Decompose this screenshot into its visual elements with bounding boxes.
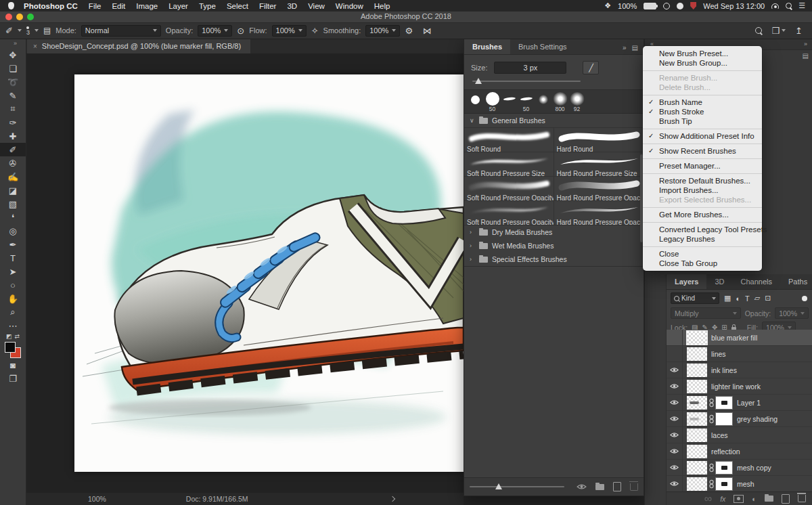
group-expand-icon[interactable]: › <box>470 242 475 249</box>
crop-tool[interactable]: ⌗ <box>0 102 26 116</box>
apple-icon[interactable] <box>8 2 14 9</box>
paint-symmetry-icon[interactable]: ⋈ <box>423 26 432 36</box>
layer-row-grey-shading[interactable]: grey shading <box>667 411 812 427</box>
brush-tool[interactable]: ✐ <box>0 143 26 156</box>
slider-thumb[interactable] <box>495 483 502 489</box>
layer-name[interactable]: mesh <box>737 480 754 488</box>
group-special-effects-brushes[interactable]: › Special Effects Brushes <box>464 252 644 266</box>
dodge-tool[interactable]: ◎ <box>0 224 26 238</box>
new-group-icon[interactable] <box>765 496 773 502</box>
dock-expand-icon[interactable]: » <box>804 41 807 47</box>
menu-item-brush-stroke[interactable]: ✓Brush Stroke <box>643 107 762 116</box>
new-brush-icon[interactable] <box>613 482 621 491</box>
mask-link-icon[interactable] <box>709 463 714 473</box>
wifi-icon[interactable] <box>771 3 779 9</box>
visibility-toggle[interactable] <box>667 476 683 491</box>
layer-thumbnail[interactable] <box>687 347 707 361</box>
layer-name[interactable]: mesh copy <box>737 464 771 472</box>
tab-layers[interactable]: Layers <box>667 274 706 289</box>
menu-item-show-additional-preset-info[interactable]: ✓Show Additional Preset Info <box>643 131 762 141</box>
menu-item-new-brush-group[interactable]: New Brush Group... <box>643 58 762 68</box>
doc-size-readout[interactable]: Doc: 9.91M/166.5M <box>186 495 248 503</box>
group-dry-media-brushes[interactable]: › Dry Media Brushes <box>464 225 644 239</box>
zoom-tool[interactable]: ⌕ <box>0 305 26 319</box>
mask-link-icon[interactable] <box>709 398 714 408</box>
blur-tool[interactable]: ❛ <box>0 211 26 224</box>
default-colors-icon[interactable]: ◩ <box>6 333 12 340</box>
delete-layer-icon[interactable] <box>798 495 806 502</box>
new-brush-group-icon[interactable] <box>595 484 604 490</box>
brush-preset-hard-round-pressure-opacity-and[interactable]: Hard Round Pressure Opacity a... <box>554 201 644 225</box>
shape-tool[interactable]: ○ <box>0 278 26 292</box>
layer-row-lines[interactable]: lines <box>667 346 812 362</box>
utility-icon[interactable] <box>677 3 683 9</box>
layer-name[interactable]: ink lines <box>711 366 737 374</box>
document-tab[interactable]: × ShoeDesign_Concept.psd @ 100% (blue ma… <box>27 39 250 53</box>
visibility-toggle[interactable] <box>667 395 683 410</box>
brush-preset-soft-round-pressure-opacity-and[interactable]: Soft Round Pressure Opacity a... <box>464 201 554 225</box>
smoothing-select[interactable]: 100% <box>365 25 400 37</box>
tools-collapse-icon[interactable]: » <box>14 40 17 47</box>
brush-preset-hard-round-pressure-size[interactable]: Hard Round Pressure Size <box>554 152 644 177</box>
brush-preset-soft-round-pressure-opacity[interactable]: Soft Round Pressure Opacity <box>464 177 554 201</box>
tab-brush-settings[interactable]: Brush Settings <box>510 39 575 54</box>
pen-tool[interactable]: ✒ <box>0 238 26 251</box>
visibility-toggle[interactable] <box>667 460 683 475</box>
workspace-icon[interactable]: ❒ <box>771 26 780 36</box>
brush-size-slider[interactable] <box>472 77 581 85</box>
layer-thumbnail[interactable] <box>687 396 707 410</box>
eraser-tool[interactable]: ◪ <box>0 183 26 197</box>
thumbnail-size-slider[interactable] <box>470 483 564 491</box>
layer-row-ink-lines[interactable]: ink lines <box>667 362 812 378</box>
quick-mask-button[interactable]: ◙ <box>0 358 26 372</box>
menu-filter[interactable]: Filter <box>254 2 282 10</box>
recent-brush[interactable] <box>501 92 518 112</box>
brush-preset-icon[interactable]: ✐ <box>5 26 13 36</box>
recent-brush[interactable]: 800 <box>551 92 568 112</box>
mask-link-icon[interactable] <box>709 414 714 424</box>
menu-item-get-more-brushes[interactable]: Get More Brushes... <box>643 210 762 219</box>
dropbox-icon[interactable]: ❖ <box>604 1 611 10</box>
canvas[interactable] <box>74 74 464 472</box>
pasteboard[interactable] <box>26 53 464 493</box>
layer-filter-kind-select[interactable]: Kind <box>671 292 719 304</box>
brush-preset-caret-icon[interactable] <box>18 29 22 32</box>
layer-thumbnail[interactable] <box>687 331 707 345</box>
layer-name[interactable]: lighter line work <box>711 382 761 391</box>
toggle-brush-settings-icon[interactable]: ▤ <box>43 26 51 35</box>
filter-smart-objects-icon[interactable]: ⊡ <box>765 294 771 303</box>
layer-row-reflection[interactable]: reflection <box>667 443 812 460</box>
filter-toggle-icon[interactable] <box>802 296 807 301</box>
menu-select[interactable]: Select <box>221 2 254 10</box>
quick-selection-tool[interactable]: ✎ <box>0 89 26 102</box>
layer-thumbnail[interactable] <box>687 445 707 458</box>
brush-size-input[interactable]: 3 px <box>494 62 566 74</box>
layer-row-mesh-copy[interactable]: mesh copy <box>667 460 812 476</box>
menu-item-restore-default-brushes[interactable]: Restore Default Brushes... <box>643 176 762 185</box>
layer-thumbnail[interactable] <box>687 477 707 491</box>
status-chevron-icon[interactable] <box>389 496 394 502</box>
layer-thumbnail[interactable] <box>687 364 707 377</box>
airbrush-icon[interactable]: ✧ <box>311 26 319 36</box>
mask-link-icon[interactable] <box>709 479 714 489</box>
slider-thumb[interactable] <box>475 78 482 84</box>
menu-item-close-tab-group[interactable]: Close Tab Group <box>643 259 762 268</box>
marquee-tool[interactable]: ❏ <box>0 62 26 75</box>
visibility-toggle[interactable] <box>667 330 683 345</box>
brush-preset-soft-round[interactable]: Soft Round <box>464 128 554 152</box>
filter-shape-layers-icon[interactable]: ▱ <box>754 294 760 303</box>
new-layer-icon[interactable] <box>782 494 790 504</box>
menu-layer[interactable]: Layer <box>163 2 194 10</box>
stroke-preview-toggle-icon[interactable] <box>577 483 587 490</box>
lasso-tool[interactable]: ➰ <box>0 75 26 89</box>
tab-paths[interactable]: Paths <box>780 274 812 289</box>
panel-collapse-icon[interactable]: » <box>623 44 627 51</box>
tab-brushes[interactable]: Brushes <box>464 39 510 54</box>
share-icon[interactable]: ↥ <box>795 26 803 36</box>
tab-channels[interactable]: Channels <box>733 274 780 289</box>
layer-name[interactable]: lines <box>711 350 726 358</box>
slider-track[interactable] <box>472 81 581 82</box>
layer-name[interactable]: blue marker fill <box>711 334 757 342</box>
dock-panel-menu-icon[interactable]: ▤ <box>803 52 809 60</box>
menu-item-converted-legacy-tool-presets[interactable]: Converted Legacy Tool Presets <box>643 225 762 234</box>
